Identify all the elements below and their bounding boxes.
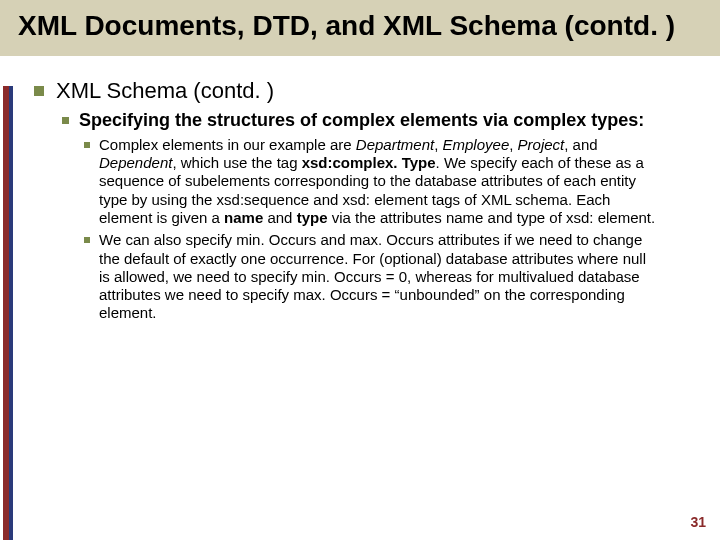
- bullet-level-1: XML Schema (contd. ): [34, 78, 692, 104]
- italic-dept: Department: [356, 136, 434, 153]
- italic-proj: Project: [518, 136, 565, 153]
- text: via the attributes name and type of xsd:…: [327, 209, 655, 226]
- bullet-level-2: Specifying the structures of complex ele…: [62, 110, 692, 132]
- lvl1-text: XML Schema (contd. ): [56, 78, 274, 104]
- italic-emp: Employee: [443, 136, 510, 153]
- square-bullet-icon: [84, 142, 90, 148]
- accent-blue: [9, 86, 13, 540]
- text: , which use the tag: [172, 154, 301, 171]
- text: , and: [564, 136, 597, 153]
- bold-type: type: [297, 209, 328, 226]
- bold-name: name: [224, 209, 263, 226]
- lvl3-para1: Complex elements in our example are Depa…: [99, 136, 659, 227]
- text: ,: [434, 136, 442, 153]
- italic-dependent: Dependent: [99, 154, 172, 171]
- square-bullet-icon: [62, 117, 69, 124]
- text: Complex elements in our example are: [99, 136, 356, 153]
- title-band: XML Documents, DTD, and XML Schema (cont…: [0, 0, 720, 56]
- lvl2-text: Specifying the structures of complex ele…: [79, 110, 644, 132]
- text: and: [263, 209, 296, 226]
- square-bullet-icon: [84, 237, 90, 243]
- lvl3-para2: We can also specify min. Occurs and max.…: [99, 231, 659, 322]
- text: ,: [509, 136, 517, 153]
- slide-body: XML Schema (contd. ) Specifying the stru…: [0, 56, 720, 323]
- bullet-level-3: Complex elements in our example are Depa…: [84, 136, 692, 227]
- bold-complextype: xsd:complex. Type: [302, 154, 436, 171]
- slide-title: XML Documents, DTD, and XML Schema (cont…: [18, 10, 702, 42]
- page-number: 31: [690, 514, 706, 530]
- square-bullet-icon: [34, 86, 44, 96]
- left-accent: [0, 86, 14, 540]
- slide: XML Documents, DTD, and XML Schema (cont…: [0, 0, 720, 540]
- bullet-level-3: We can also specify min. Occurs and max.…: [84, 231, 692, 322]
